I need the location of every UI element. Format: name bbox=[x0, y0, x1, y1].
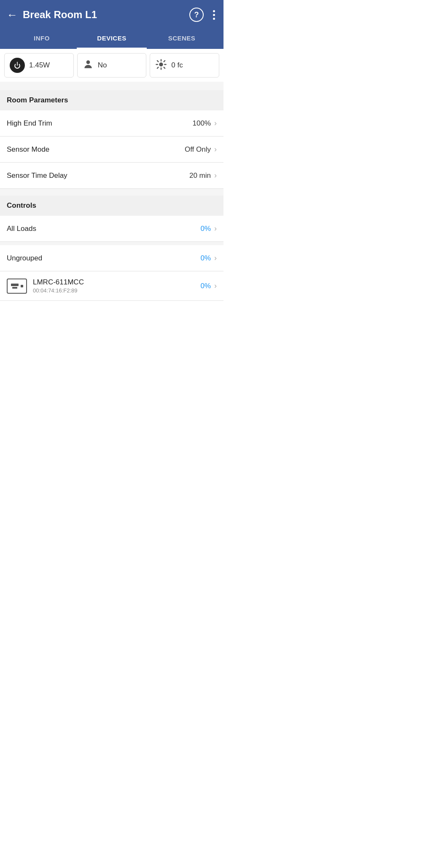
device-icon bbox=[7, 279, 27, 294]
tab-info[interactable]: INFO bbox=[7, 29, 77, 49]
all-loads-label: All Loads bbox=[7, 225, 36, 233]
tab-scenes[interactable]: SCENES bbox=[147, 29, 217, 49]
more-button[interactable] bbox=[211, 8, 217, 21]
svg-marker-0 bbox=[17, 62, 18, 66]
power-value: 1.45W bbox=[29, 61, 50, 70]
ungrouped-label: Ungrouped bbox=[7, 254, 42, 263]
svg-line-9 bbox=[164, 61, 165, 62]
high-end-trim-item[interactable]: High End Trim 100% › bbox=[0, 110, 224, 137]
light-value: 0 fc bbox=[171, 61, 183, 70]
power-status-card: 1.45W bbox=[4, 53, 74, 78]
tabs: INFO DEVICES SCENES bbox=[7, 29, 217, 49]
device-mac: 00:04:74:16:F2:89 bbox=[33, 287, 200, 294]
device-item-lmrc[interactable]: LMRC-611MCC 00:04:74:16:F2:89 0% › bbox=[0, 271, 224, 301]
sensor-time-delay-chevron: › bbox=[214, 171, 217, 180]
all-loads-value: 0% bbox=[200, 225, 211, 233]
device-info: LMRC-611MCC 00:04:74:16:F2:89 bbox=[33, 278, 200, 294]
all-loads-item[interactable]: All Loads 0% › bbox=[0, 216, 224, 242]
device-value: 0% bbox=[200, 282, 211, 290]
sensor-time-delay-value: 20 min bbox=[189, 171, 211, 180]
tab-devices[interactable]: DEVICES bbox=[77, 29, 147, 49]
power-icon bbox=[10, 58, 25, 73]
high-end-trim-label: High End Trim bbox=[7, 119, 52, 128]
all-loads-chevron: › bbox=[214, 224, 217, 233]
sensor-mode-value: Off Only bbox=[185, 145, 211, 154]
ungrouped-value: 0% bbox=[200, 254, 211, 263]
back-button[interactable]: ← bbox=[7, 8, 18, 21]
device-chevron: › bbox=[214, 281, 217, 290]
svg-point-2 bbox=[159, 62, 163, 66]
room-parameters-header: Room Parameters bbox=[0, 90, 224, 110]
sensor-mode-item[interactable]: Sensor Mode Off Only › bbox=[0, 137, 224, 163]
page-title: Break Room L1 bbox=[23, 9, 97, 21]
header: ← Break Room L1 ? INFO DEVICES SCENES bbox=[0, 0, 224, 49]
svg-line-8 bbox=[164, 67, 165, 68]
device-name: LMRC-611MCC bbox=[33, 278, 200, 287]
sensor-time-delay-item[interactable]: Sensor Time Delay 20 min › bbox=[0, 163, 224, 189]
occupancy-status-card: No bbox=[77, 53, 147, 78]
help-button[interactable]: ? bbox=[189, 8, 204, 22]
status-bar: 1.45W No 0 fc bbox=[0, 49, 224, 82]
high-end-trim-value: 100% bbox=[193, 119, 211, 128]
person-icon bbox=[83, 59, 94, 72]
ungrouped-chevron: › bbox=[214, 254, 217, 263]
sensor-mode-label: Sensor Mode bbox=[7, 145, 49, 154]
high-end-trim-chevron: › bbox=[214, 119, 217, 128]
sensor-mode-chevron: › bbox=[214, 145, 217, 154]
controls-header: Controls bbox=[0, 196, 224, 216]
svg-line-10 bbox=[157, 67, 158, 68]
ungrouped-item[interactable]: Ungrouped 0% › bbox=[0, 245, 224, 271]
sensor-time-delay-label: Sensor Time Delay bbox=[7, 171, 67, 180]
sun-icon bbox=[155, 59, 167, 72]
occupancy-value: No bbox=[98, 61, 107, 70]
light-status-card: 0 fc bbox=[150, 53, 219, 78]
svg-point-1 bbox=[86, 60, 90, 64]
svg-line-7 bbox=[157, 61, 158, 62]
